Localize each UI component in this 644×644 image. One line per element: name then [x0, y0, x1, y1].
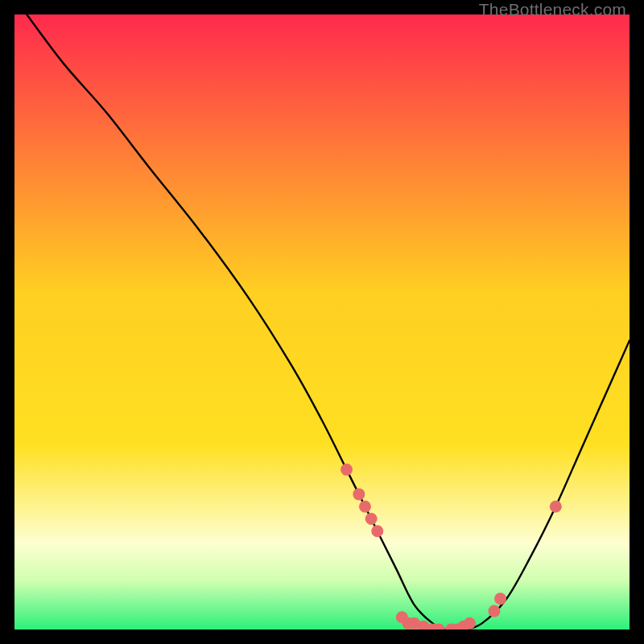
- data-marker: [341, 464, 353, 476]
- data-marker: [488, 605, 500, 617]
- data-marker: [494, 592, 506, 605]
- gradient-background: [14, 14, 630, 630]
- bottleneck-chart: [14, 14, 630, 630]
- data-marker: [353, 488, 365, 500]
- chart-frame: [14, 14, 630, 630]
- watermark-text: TheBottleneck.com: [479, 0, 626, 19]
- data-marker: [464, 617, 476, 630]
- data-marker: [365, 513, 378, 525]
- data-marker: [371, 525, 383, 537]
- data-marker: [550, 501, 562, 513]
- data-marker: [359, 501, 371, 513]
